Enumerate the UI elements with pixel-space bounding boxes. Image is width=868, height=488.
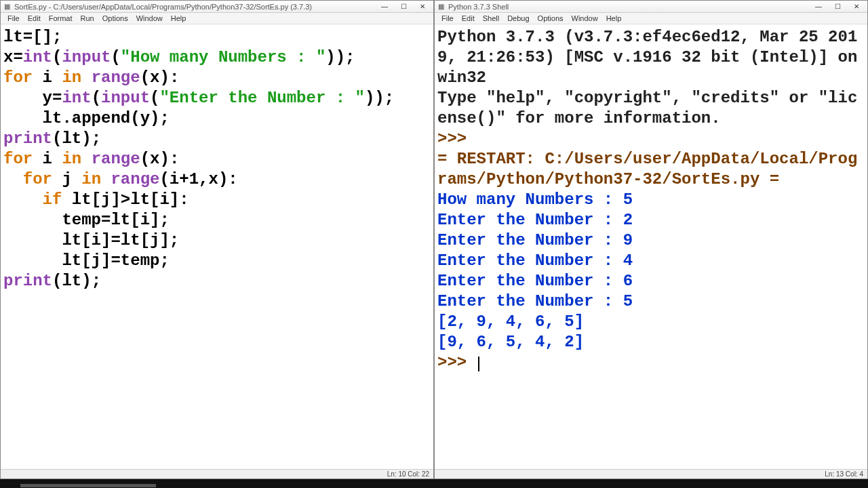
- editor-cursor-pos: Ln: 10 Col: 22: [387, 470, 429, 478]
- close-button[interactable]: ✕: [413, 1, 432, 12]
- menu-shell[interactable]: Shell: [479, 14, 503, 22]
- shell-io: Enter the Number : 9: [437, 231, 633, 249]
- shell-io: Enter the Number : 2: [437, 211, 633, 229]
- editor-title: SortEs.py - C:/Users/user/AppData/Local/…: [14, 3, 375, 11]
- menu-window[interactable]: Window: [568, 14, 602, 22]
- taskbar-item[interactable]: [20, 484, 156, 487]
- menu-help[interactable]: Help: [602, 14, 626, 22]
- shell-banner2: Type "help", "copyright", "credits" or "…: [437, 89, 857, 127]
- window-controls: — ☐ ✕: [375, 1, 432, 12]
- shell-restart: = RESTART: C:/Users/user/AppData/Local/P…: [437, 150, 857, 188]
- shell-menubar: File Edit Shell Debug Options Window Hel…: [435, 13, 867, 24]
- shell-io: Enter the Number : 4: [437, 251, 633, 270]
- shell-io: [9, 6, 5, 4, 2]: [437, 333, 584, 351]
- cursor-icon: [478, 357, 479, 371]
- editor-statusbar: Ln: 10 Col: 22: [1, 469, 433, 479]
- menu-options[interactable]: Options: [98, 14, 132, 22]
- shell-io: How many Numbers : 5: [437, 190, 633, 209]
- menu-debug[interactable]: Debug: [503, 14, 533, 22]
- shell-io: Enter the Number : 5: [437, 292, 633, 310]
- taskbar[interactable]: [0, 479, 868, 488]
- close-button[interactable]: ✕: [847, 1, 866, 12]
- menu-edit[interactable]: Edit: [24, 14, 45, 22]
- editor-window: ▦ SortEs.py - C:/Users/user/AppData/Loca…: [0, 0, 434, 479]
- code-editor[interactable]: lt=[]; x=int(input("How many Numbers : "…: [1, 24, 433, 469]
- menu-edit[interactable]: Edit: [458, 14, 479, 22]
- menu-options[interactable]: Options: [534, 14, 568, 22]
- menu-file[interactable]: File: [3, 14, 24, 22]
- maximize-button[interactable]: ☐: [828, 1, 847, 12]
- shell-output[interactable]: Python 3.7.3 (v3.7.3:ef4ec6ed12, Mar 25 …: [435, 24, 867, 469]
- python-shell-icon: ▦: [436, 2, 446, 12]
- shell-io: Enter the Number : 6: [437, 272, 633, 290]
- menu-file[interactable]: File: [437, 14, 458, 22]
- shell-titlebar[interactable]: ▦ Python 3.7.3 Shell — ☐ ✕: [435, 1, 867, 13]
- menu-format[interactable]: Format: [45, 14, 77, 22]
- maximize-button[interactable]: ☐: [394, 1, 413, 12]
- minimize-button[interactable]: —: [809, 1, 828, 12]
- shell-statusbar: Ln: 13 Col: 4: [435, 469, 867, 479]
- shell-prompt: >>>: [437, 129, 467, 148]
- shell-cursor-pos: Ln: 13 Col: 4: [825, 470, 863, 478]
- menu-window[interactable]: Window: [132, 14, 167, 22]
- menu-help[interactable]: Help: [167, 14, 191, 22]
- python-file-icon: ▦: [2, 2, 12, 12]
- shell-title: Python 3.7.3 Shell: [448, 3, 809, 11]
- shell-window: ▦ Python 3.7.3 Shell — ☐ ✕ File Edit She…: [434, 0, 868, 479]
- menu-run[interactable]: Run: [77, 14, 98, 22]
- editor-titlebar[interactable]: ▦ SortEs.py - C:/Users/user/AppData/Loca…: [1, 1, 433, 13]
- editor-menubar: File Edit Format Run Options Window Help: [1, 13, 433, 24]
- window-controls: — ☐ ✕: [809, 1, 866, 12]
- shell-io: [2, 9, 4, 6, 5]: [437, 312, 584, 331]
- minimize-button[interactable]: —: [375, 1, 394, 12]
- shell-prompt[interactable]: >>>: [437, 353, 477, 371]
- shell-banner: Python 3.7.3 (v3.7.3:ef4ec6ed12, Mar 25 …: [437, 28, 857, 87]
